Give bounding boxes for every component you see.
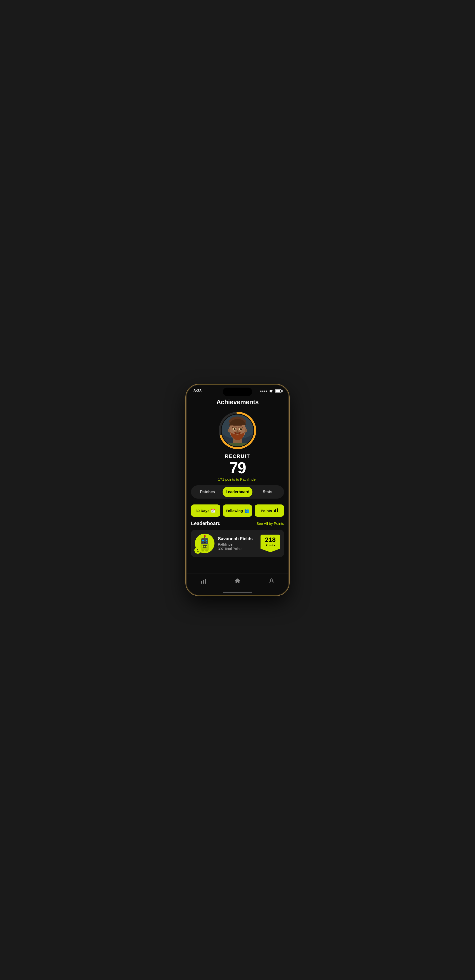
filter-following[interactable]: Following 👥	[223, 504, 252, 517]
svg-rect-28	[206, 542, 207, 543]
home-nav-icon	[234, 578, 241, 584]
nav-item-profile[interactable]	[264, 577, 280, 585]
screen: 3:33 Achievements	[187, 385, 288, 595]
nav-item-stats[interactable]	[195, 577, 211, 585]
svg-point-30	[202, 546, 203, 547]
svg-rect-19	[201, 538, 208, 544]
leaderboard-card: 1 Savannah Fields Pathfinder 307 Total P…	[191, 530, 284, 557]
svg-rect-37	[205, 579, 206, 584]
rank-avatar-container: 1	[195, 534, 214, 553]
svg-rect-22	[202, 540, 204, 541]
battery-icon	[275, 389, 281, 393]
filter-following-label: Following	[226, 509, 243, 513]
player-name: Savannah Fields	[218, 536, 257, 541]
nav-item-home[interactable]	[229, 577, 246, 585]
svg-rect-27	[205, 542, 205, 543]
home-indicator	[223, 592, 252, 593]
calendar-icon: 📅	[211, 508, 216, 513]
leaderboard-section: Leaderboard See All by Points	[187, 520, 288, 557]
player-rank-title: Pathfinder	[218, 542, 257, 546]
svg-point-12	[234, 428, 235, 430]
points-badge-label: Points	[265, 543, 275, 547]
stats-nav-icon	[200, 578, 207, 584]
signal-icon	[260, 391, 267, 392]
tab-selector: Patches Leaderboard Stats	[191, 485, 284, 499]
svg-rect-14	[274, 510, 275, 512]
points-chart-icon	[273, 508, 278, 513]
svg-rect-15	[275, 509, 276, 512]
svg-rect-26	[203, 542, 204, 543]
see-all-link[interactable]: See All by Points	[256, 521, 284, 525]
svg-point-38	[270, 579, 273, 581]
tab-leaderboard[interactable]: Leaderboard	[222, 487, 253, 497]
filter-30days-label: 30 Days	[195, 509, 210, 513]
period-points: 218	[264, 536, 277, 543]
bottom-nav	[187, 574, 288, 592]
tab-patches[interactable]: Patches	[192, 487, 222, 497]
status-time: 3:33	[194, 388, 202, 393]
svg-point-32	[206, 546, 207, 547]
svg-rect-34	[205, 549, 208, 552]
points-to-next: 171 points to Pathfinder	[218, 477, 257, 481]
following-icon: 👥	[245, 508, 249, 513]
profile-nav-icon	[268, 578, 275, 584]
avatar	[222, 415, 253, 446]
player-total-points: 307 Total Points	[218, 547, 257, 551]
player-info: Savannah Fields Pathfinder 307 Total Poi…	[218, 536, 257, 551]
svg-rect-16	[277, 508, 278, 512]
page-title: Achievements	[187, 398, 288, 406]
leaderboard-header: Leaderboard See All by Points	[191, 520, 284, 526]
points-badge: 218 Points	[261, 535, 280, 552]
svg-rect-36	[203, 580, 204, 584]
tab-stats[interactable]: Stats	[253, 487, 283, 497]
svg-point-9	[245, 429, 247, 432]
profile-photo	[222, 415, 253, 446]
phone-frame: 3:33 Achievements	[186, 385, 289, 595]
points-number: 79	[229, 460, 246, 476]
status-right	[260, 389, 281, 393]
svg-point-13	[240, 428, 242, 430]
svg-point-21	[204, 535, 206, 537]
rank-number: 1	[194, 547, 201, 554]
svg-point-31	[204, 546, 205, 547]
svg-point-8	[228, 429, 230, 432]
svg-rect-35	[201, 581, 202, 584]
wifi-icon	[269, 389, 273, 393]
filter-30days[interactable]: 30 Days 📅	[191, 504, 220, 517]
dynamic-island	[223, 388, 252, 396]
svg-rect-24	[206, 540, 207, 541]
main-content: Achievements	[187, 395, 288, 574]
filter-points-label: Points	[261, 509, 272, 513]
svg-rect-33	[202, 549, 204, 552]
avatar-section: RECRUIT 79 171 points to Pathfinder	[187, 411, 288, 481]
rank-label: RECRUIT	[225, 453, 250, 459]
avatar-ring-container	[218, 411, 257, 450]
filter-row: 30 Days 📅 Following 👥 Points	[187, 503, 288, 520]
leaderboard-title: Leaderboard	[191, 520, 221, 526]
filter-points[interactable]: Points	[255, 504, 284, 517]
